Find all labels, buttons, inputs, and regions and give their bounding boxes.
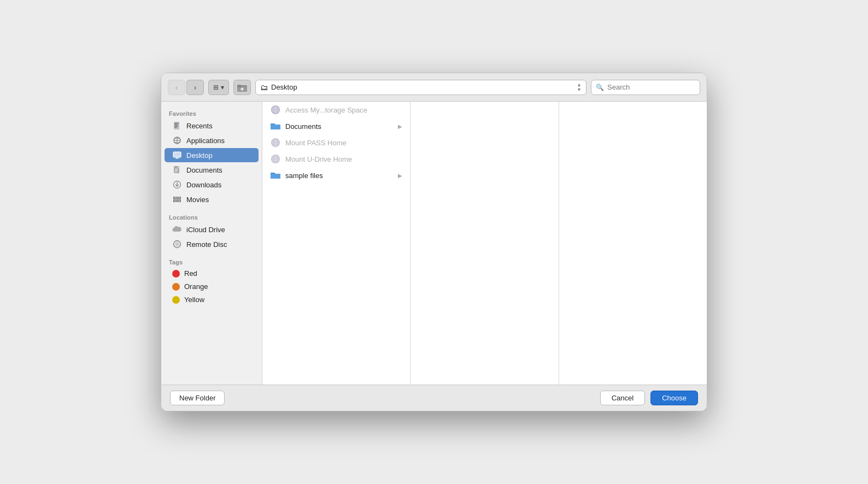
red-tag-dot xyxy=(172,270,180,278)
file-item-mount-pass-label: Mount PASS Home xyxy=(285,139,347,147)
file-item-mount-u-label: Mount U-Drive Home xyxy=(285,155,352,163)
file-item-documents-label: Documents xyxy=(285,122,321,131)
sidebar-item-tag-red[interactable]: Red xyxy=(165,267,259,280)
svg-rect-50 xyxy=(271,174,280,179)
orange-tag-dot xyxy=(172,283,180,291)
chevron-right-icon-documents: ▶ xyxy=(398,123,402,129)
location-label: Desktop xyxy=(271,83,573,91)
svg-rect-16 xyxy=(175,158,179,159)
forward-button[interactable]: › xyxy=(186,80,204,95)
desktop-icon xyxy=(172,150,182,160)
sidebar-item-tag-yellow[interactable]: Yellow xyxy=(165,293,259,306)
icloud-icon xyxy=(172,225,182,234)
network-globe-icon-udrive xyxy=(270,154,281,164)
file-item-mount-u[interactable]: Mount U-Drive Home xyxy=(262,151,410,167)
yellow-tag-dot xyxy=(172,296,180,304)
folder-icon-documents xyxy=(270,121,281,132)
sidebar-item-tag-red-label: Red xyxy=(184,269,197,278)
sidebar-item-movies[interactable]: Movies xyxy=(165,192,259,206)
svg-rect-30 xyxy=(179,200,180,202)
location-bar[interactable]: 🗂 Desktop ▲▼ xyxy=(255,80,587,95)
sidebar-item-recents[interactable]: Recents xyxy=(165,119,259,133)
file-item-documents[interactable]: Documents ▶ xyxy=(262,118,410,134)
tags-label: Tags xyxy=(161,256,262,267)
file-column-2 xyxy=(410,102,559,385)
file-column-1: Access My...torage Space Documents ▶ xyxy=(262,102,410,385)
file-item-sample-files[interactable]: sample files ▶ xyxy=(262,167,410,184)
main-content: Favorites Recents xyxy=(161,102,707,385)
sidebar-item-tag-yellow-label: Yellow xyxy=(184,296,204,304)
sidebar-item-downloads[interactable]: Downloads xyxy=(165,178,259,192)
choose-button[interactable]: Choose xyxy=(650,391,698,405)
file-column-3 xyxy=(559,102,707,385)
movies-icon xyxy=(172,194,182,204)
recents-icon xyxy=(172,121,182,131)
svg-point-33 xyxy=(177,244,178,245)
svg-rect-27 xyxy=(174,197,175,198)
favorites-label: Favorites xyxy=(161,107,262,118)
sidebar-item-documents[interactable]: Documents xyxy=(165,163,259,177)
sidebar-item-recents-label: Recents xyxy=(186,122,213,130)
downloads-icon xyxy=(172,180,182,190)
back-button[interactable]: ‹ xyxy=(168,80,185,95)
svg-rect-15 xyxy=(176,157,178,158)
new-folder-top-button[interactable] xyxy=(233,80,251,95)
svg-rect-6 xyxy=(174,123,179,123)
search-input[interactable] xyxy=(607,83,695,91)
search-icon: 🔍 xyxy=(596,84,604,91)
network-globe-icon xyxy=(270,104,281,115)
svg-rect-2 xyxy=(237,85,241,86)
sidebar-item-applications-label: Applications xyxy=(186,137,225,145)
columns-icon: ⊞ xyxy=(213,84,219,91)
sidebar-item-downloads-label: Downloads xyxy=(186,181,221,189)
sidebar-item-tag-orange[interactable]: Orange xyxy=(165,280,259,293)
sidebar: Favorites Recents xyxy=(161,102,262,385)
file-area: Access My...torage Space Documents ▶ xyxy=(262,102,707,385)
file-picker-dialog: ‹ › ⊞ ▾ 🗂 Desktop ▲▼ 🔍 xyxy=(161,73,707,411)
folder-plus-icon xyxy=(237,83,247,92)
sidebar-item-applications[interactable]: Applications xyxy=(165,133,259,147)
svg-rect-18 xyxy=(175,169,178,169)
svg-rect-20 xyxy=(175,172,177,172)
sidebar-item-tag-orange-label: Orange xyxy=(184,282,208,291)
view-arrow-icon: ▾ xyxy=(221,84,224,91)
toolbar: ‹ › ⊞ ▾ 🗂 Desktop ▲▼ 🔍 xyxy=(161,73,707,102)
applications-icon xyxy=(172,135,182,145)
bottom-bar: New Folder Cancel Choose xyxy=(161,385,707,411)
sidebar-item-desktop-label: Desktop xyxy=(186,151,213,160)
network-globe-icon-pass xyxy=(270,137,281,148)
sidebar-item-desktop[interactable]: Desktop xyxy=(165,148,259,162)
location-folder-icon: 🗂 xyxy=(260,83,268,92)
svg-rect-8 xyxy=(174,126,178,126)
new-folder-button[interactable]: New Folder xyxy=(170,391,225,405)
svg-rect-26 xyxy=(173,199,181,200)
documents-icon xyxy=(172,165,182,175)
svg-rect-28 xyxy=(174,200,175,202)
sidebar-item-icloud-label: iCloud Drive xyxy=(186,226,225,234)
file-item-sample-files-label: sample files xyxy=(285,172,323,180)
svg-rect-39 xyxy=(271,125,280,129)
svg-rect-9 xyxy=(174,127,177,128)
search-bar[interactable]: 🔍 xyxy=(591,80,700,95)
sidebar-item-remote-disc[interactable]: Remote Disc xyxy=(165,237,259,251)
svg-rect-19 xyxy=(175,170,178,171)
disc-icon xyxy=(172,239,182,249)
view-mode-button[interactable]: ⊞ ▾ xyxy=(208,80,229,95)
folder-icon-sample xyxy=(270,170,281,181)
chevron-right-icon-sample: ▶ xyxy=(398,173,402,179)
sidebar-item-remote-disc-label: Remote Disc xyxy=(186,240,227,249)
file-item-mount-pass[interactable]: Mount PASS Home xyxy=(262,134,410,151)
nav-buttons: ‹ › xyxy=(168,80,204,95)
locations-label: Locations xyxy=(161,211,262,222)
sidebar-item-documents-label: Documents xyxy=(186,166,222,174)
svg-rect-29 xyxy=(179,197,180,198)
svg-rect-13 xyxy=(173,152,181,157)
svg-rect-7 xyxy=(174,125,178,125)
cancel-button[interactable]: Cancel xyxy=(600,391,645,405)
location-stepper[interactable]: ▲▼ xyxy=(577,82,582,92)
file-item-access[interactable]: Access My...torage Space xyxy=(262,102,410,118)
sidebar-item-movies-label: Movies xyxy=(186,196,209,204)
sidebar-item-icloud[interactable]: iCloud Drive xyxy=(165,222,259,237)
file-item-access-label: Access My...torage Space xyxy=(285,106,367,114)
